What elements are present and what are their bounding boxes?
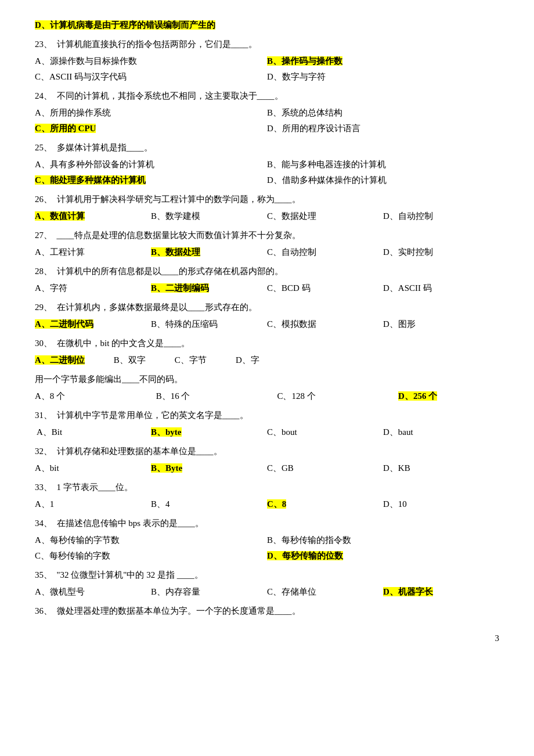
q34-optB: B、每秒传输的指令数 — [267, 532, 488, 548]
q30b-optB: B、16 个 — [156, 388, 266, 404]
q27-optC: C、自动控制 — [267, 244, 371, 260]
q32-options: A、bit B、Byte C、GB D、KB — [35, 460, 499, 476]
q24-optA: A、所用的操作系统 — [35, 105, 255, 121]
q32-text: 32、 计算机存储和处理数据的基本单位是____。 — [35, 444, 499, 459]
q34-options: A、每秒传输的字节数 B、每秒传输的指令数 C、每秒传输的字数 D、每秒传输的位… — [35, 532, 499, 564]
q32-optB: B、Byte — [151, 460, 255, 476]
q31-optA: A、Bit — [35, 424, 139, 440]
q36-text: 36、 微处理器处理的数据基本单位为字。一个字的长度通常是____。 — [35, 603, 499, 619]
q29-optA: A、二进制代码 — [35, 316, 139, 332]
question-33: 33、 1 字节表示____位。 A、1 B、4 C、8 D、10 — [35, 480, 499, 512]
question-25: 25、 多媒体计算机是指____。 A、具有多种外部设备的计算机 B、能与多种电… — [35, 140, 499, 188]
question-36: 36、 微处理器处理的数据基本单位为字。一个字的长度通常是____。 — [35, 603, 499, 619]
q27-options: A、工程计算 B、数据处理 C、自动控制 D、实时控制 — [35, 244, 499, 260]
q26-optD: D、自动控制 — [383, 208, 488, 224]
q24-options: A、所用的操作系统 B、系统的总体结构 C、所用的 CPU D、所用的程序设计语… — [35, 105, 499, 136]
q31-optD: D、baut — [383, 424, 488, 440]
page-number-container: 3 — [35, 631, 499, 646]
q24-text: 24、 不同的计算机，其指令系统也不相同，这主要取决于____。 — [35, 88, 499, 104]
q23-text: 23、 计算机能直接执行的指令包括两部分，它们是____。 — [35, 37, 499, 52]
q34-optA: A、每秒传输的字节数 — [35, 532, 255, 548]
q25-optB: B、能与多种电器连接的计算机 — [267, 157, 488, 172]
question-23: 23、 计算机能直接执行的指令包括两部分，它们是____。 A、源操作数与目标操… — [35, 37, 499, 85]
q34-optD: D、每秒传输的位数 — [267, 548, 488, 564]
q31-text: 31、 计算机中字节是常用单位，它的英文名字是____。 — [35, 408, 499, 423]
q23-optB: B、操作码与操作数 — [267, 53, 488, 69]
q30-optD: D、字 — [236, 352, 259, 368]
q33-optB: B、4 — [151, 496, 255, 512]
q32-optD: D、KB — [383, 460, 488, 476]
q23-optA: A、源操作数与目标操作数 — [35, 53, 255, 69]
q33-options: A、1 B、4 C、8 D、10 — [35, 496, 499, 512]
q28-text: 28、 计算机中的所有信息都是以____的形式存储在机器内部的。 — [35, 264, 499, 279]
q25-options: A、具有多种外部设备的计算机 B、能与多种电器连接的计算机 C、能处理多种媒体的… — [35, 157, 499, 188]
q24-optB: B、系统的总体结构 — [267, 105, 488, 121]
question-30b: 用一个字节最多能编出____不同的码。 A、8 个 B、16 个 C、128 个… — [35, 372, 499, 404]
q35-optB: B、内存容量 — [151, 584, 255, 600]
q32-optC: C、GB — [267, 460, 371, 476]
q28-optB: B、二进制编码 — [151, 280, 255, 296]
q33-optA: A、1 — [35, 496, 139, 512]
d-note-text: D、计算机病毒是由于程序的错误编制而产生的 — [35, 17, 499, 33]
d-note-highlight: D、计算机病毒是由于程序的错误编制而产生的 — [35, 20, 215, 30]
q30-text: 30、 在微机中，bit 的中文含义是____。 — [35, 336, 499, 351]
q30-optA: A、二进制位 — [35, 352, 85, 368]
question-30: 30、 在微机中，bit 的中文含义是____。 A、二进制位 B、双字 C、字… — [35, 336, 499, 368]
answer-d-note: D、计算机病毒是由于程序的错误编制而产生的 — [35, 17, 499, 33]
q34-text: 34、 在描述信息传输中 bps 表示的是____。 — [35, 516, 499, 531]
q26-optA: A、数值计算 — [35, 208, 139, 224]
q35-text: 35、 "32 位微型计算机"中的 32 是指 ____。 — [35, 567, 499, 583]
q34-optC: C、每秒传输的字数 — [35, 548, 255, 564]
question-32: 32、 计算机存储和处理数据的基本单位是____。 A、bit B、Byte C… — [35, 444, 499, 476]
q31-options: A、Bit B、byte C、bout D、baut — [35, 424, 499, 440]
q26-options: A、数值计算 B、数学建模 C、数据处理 D、自动控制 — [35, 208, 499, 224]
question-35: 35、 "32 位微型计算机"中的 32 是指 ____。 A、微机型号 B、内… — [35, 567, 499, 600]
q32-optA: A、bit — [35, 460, 139, 476]
q31-optC: C、bout — [267, 424, 371, 440]
q25-optD: D、借助多种媒体操作的计算机 — [267, 172, 488, 188]
question-27: 27、 ____特点是处理的信息数据量比较大而数值计算并不十分复杂。 A、工程计… — [35, 228, 499, 260]
q26-text: 26、 计算机用于解决科学研究与工程计算中的数学问题，称为____。 — [35, 192, 499, 207]
question-28: 28、 计算机中的所有信息都是以____的形式存储在机器内部的。 A、字符 B、… — [35, 264, 499, 296]
q35-optA: A、微机型号 — [35, 584, 139, 600]
q29-optB: B、特殊的压缩码 — [151, 316, 255, 332]
q30-optB: B、双字 — [114, 352, 146, 368]
q35-optD: D、机器字长 — [383, 584, 488, 600]
q26-optB: B、数学建模 — [151, 208, 255, 224]
q24-optD: D、所用的程序设计语言 — [267, 121, 488, 136]
q27-optA: A、工程计算 — [35, 244, 139, 260]
question-29: 29、 在计算机内，多媒体数据最终是以____形式存在的。 A、二进制代码 B、… — [35, 300, 499, 332]
q33-optD: D、10 — [383, 496, 488, 512]
q28-optD: D、ASCII 码 — [383, 280, 488, 296]
q23-optC: C、ASCII 码与汉字代码 — [35, 69, 255, 85]
q30-options: A、二进制位 B、双字 C、字节 D、字 — [35, 352, 499, 368]
q28-optC: C、BCD 码 — [267, 280, 371, 296]
q23-options: A、源操作数与目标操作数 B、操作码与操作数 C、ASCII 码与汉字代码 D、… — [35, 53, 499, 85]
q30-optC: C、字节 — [175, 352, 207, 368]
q33-optC: C、8 — [267, 496, 371, 512]
q28-optA: A、字符 — [35, 280, 139, 296]
q26-optC: C、数据处理 — [267, 208, 371, 224]
page-container: D、计算机病毒是由于程序的错误编制而产生的 23、 计算机能直接执行的指令包括两… — [35, 17, 499, 646]
q27-optB: B、数据处理 — [151, 244, 255, 260]
q25-optA: A、具有多种外部设备的计算机 — [35, 157, 255, 172]
q29-optD: D、图形 — [383, 316, 488, 332]
page-number: 3 — [495, 633, 500, 643]
q30b-text: 用一个字节最多能编出____不同的码。 — [35, 372, 499, 387]
q29-options: A、二进制代码 B、特殊的压缩码 C、模拟数据 D、图形 — [35, 316, 499, 332]
q33-text: 33、 1 字节表示____位。 — [35, 480, 499, 495]
question-26: 26、 计算机用于解决科学研究与工程计算中的数学问题，称为____。 A、数值计… — [35, 192, 499, 224]
q29-text: 29、 在计算机内，多媒体数据最终是以____形式存在的。 — [35, 300, 499, 315]
q31-optB: B、byte — [151, 424, 255, 440]
question-34: 34、 在描述信息传输中 bps 表示的是____。 A、每秒传输的字节数 B、… — [35, 516, 499, 564]
q28-options: A、字符 B、二进制编码 C、BCD 码 D、ASCII 码 — [35, 280, 499, 296]
question-24: 24、 不同的计算机，其指令系统也不相同，这主要取决于____。 A、所用的操作… — [35, 88, 499, 136]
q30b-options: A、8 个 B、16 个 C、128 个 D、256 个 — [35, 388, 499, 404]
question-31: 31、 计算机中字节是常用单位，它的英文名字是____。 A、Bit B、byt… — [35, 408, 499, 440]
q30b-optA: A、8 个 — [35, 388, 145, 404]
q30b-optC: C、128 个 — [277, 388, 387, 404]
q25-text: 25、 多媒体计算机是指____。 — [35, 140, 499, 156]
q25-optC: C、能处理多种媒体的计算机 — [35, 172, 255, 188]
q24-optC: C、所用的 CPU — [35, 121, 255, 136]
q27-text: 27、 ____特点是处理的信息数据量比较大而数值计算并不十分复杂。 — [35, 228, 499, 243]
